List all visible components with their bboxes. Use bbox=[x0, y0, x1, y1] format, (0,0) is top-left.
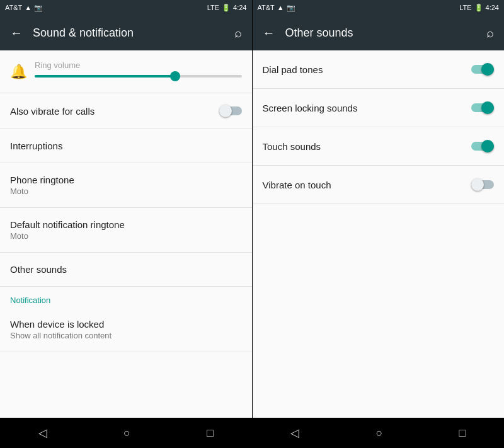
vibrate-for-calls-label: Also vibrate for calls bbox=[10, 106, 219, 117]
touch-sounds-toggle[interactable] bbox=[471, 140, 494, 152]
left-toolbar-title: Sound & notification bbox=[33, 26, 224, 40]
left-nav-home[interactable]: ○ bbox=[123, 427, 130, 440]
other-sounds-item[interactable]: Other sounds bbox=[0, 253, 252, 287]
right-signal-icon: ▲ bbox=[277, 4, 284, 11]
right-nav-home[interactable]: ○ bbox=[375, 427, 382, 440]
right-sim-icon: 📷 bbox=[287, 4, 295, 12]
notification-ringtone-label: Default notification ringtone bbox=[10, 219, 242, 230]
screen-locking-sounds-item[interactable]: Screen locking sounds bbox=[253, 89, 505, 127]
dial-pad-tones-label: Dial pad tones bbox=[263, 64, 323, 75]
vibrate-on-touch-label: Vibrate on touch bbox=[263, 180, 331, 190]
right-status-left: AT&T ▲ 📷 bbox=[258, 4, 295, 12]
left-status-left: AT&T ▲ 📷 bbox=[5, 4, 43, 12]
other-sounds-text: Other sounds bbox=[10, 264, 242, 275]
slider-thumb[interactable] bbox=[170, 71, 180, 81]
slider-fill bbox=[35, 75, 175, 78]
left-status-right: LTE 🔋 4:24 bbox=[207, 4, 247, 12]
device-locked-text: When device is locked Show all notificat… bbox=[10, 319, 242, 340]
vibrate-toggle-thumb bbox=[219, 105, 232, 117]
vibrate-on-touch-item[interactable]: Vibrate on touch bbox=[253, 166, 505, 204]
left-content: 🔔 Ring volume Also vibrate for calls bbox=[0, 50, 252, 418]
phone-ringtone-text: Phone ringtone Moto bbox=[10, 175, 242, 196]
phone-ringtone-value: Moto bbox=[10, 187, 242, 196]
other-sounds-label: Other sounds bbox=[10, 264, 242, 275]
vibrate-for-calls-text: Also vibrate for calls bbox=[10, 106, 219, 117]
right-nav-recent[interactable]: □ bbox=[459, 427, 466, 440]
left-search-button[interactable]: ⌕ bbox=[234, 26, 242, 40]
right-nav-back[interactable]: ◁ bbox=[290, 426, 299, 440]
ring-volume-label: Ring volume bbox=[35, 60, 242, 70]
left-sim-icon: 📷 bbox=[34, 4, 43, 12]
interruptions-item[interactable]: Interruptions bbox=[0, 129, 252, 163]
left-nav-bar: ◁ ○ □ bbox=[0, 418, 252, 448]
right-toolbar-title: Other sounds bbox=[285, 26, 477, 40]
notification-section-header: Notification bbox=[0, 287, 252, 307]
touch-sounds-label: Touch sounds bbox=[263, 141, 321, 152]
device-locked-label: When device is locked bbox=[10, 319, 242, 330]
right-time: 4:24 bbox=[486, 4, 499, 11]
screen-locking-toggle[interactable] bbox=[471, 101, 494, 114]
phone-ringtone-label: Phone ringtone bbox=[10, 175, 242, 185]
phone-ringtone-item[interactable]: Phone ringtone Moto bbox=[0, 163, 252, 208]
left-signal-icon: ▲ bbox=[25, 4, 32, 11]
vibrate-on-touch-thumb bbox=[471, 178, 484, 191]
right-carrier: AT&T bbox=[258, 4, 275, 11]
device-locked-item[interactable]: When device is locked Show all notificat… bbox=[0, 307, 252, 352]
left-back-button[interactable]: ← bbox=[10, 26, 23, 40]
bell-icon: 🔔 bbox=[10, 64, 27, 80]
notification-ringtone-text: Default notification ringtone Moto bbox=[10, 219, 242, 241]
left-nav-recent[interactable]: □ bbox=[207, 427, 214, 440]
left-nav-back[interactable]: ◁ bbox=[38, 426, 47, 440]
right-network: LTE bbox=[459, 4, 471, 11]
right-back-button[interactable]: ← bbox=[263, 26, 275, 40]
screen-locking-sounds-label: Screen locking sounds bbox=[263, 103, 358, 113]
ring-volume-inner: Ring volume bbox=[35, 60, 242, 83]
right-status-right: LTE 🔋 4:24 bbox=[459, 4, 499, 12]
right-battery-icon: 🔋 bbox=[474, 4, 483, 12]
left-network: LTE bbox=[207, 4, 219, 11]
vibrate-for-calls-item[interactable]: Also vibrate for calls bbox=[0, 93, 252, 129]
vibrate-for-calls-toggle[interactable] bbox=[219, 105, 242, 117]
left-status-bar: AT&T ▲ 📷 LTE 🔋 4:24 bbox=[0, 0, 252, 15]
left-time: 4:24 bbox=[233, 4, 246, 11]
vibrate-on-touch-toggle[interactable] bbox=[471, 178, 494, 191]
interruptions-label: Interruptions bbox=[10, 141, 242, 151]
notification-ringtone-item[interactable]: Default notification ringtone Moto bbox=[0, 208, 252, 253]
left-carrier: AT&T bbox=[5, 4, 22, 11]
dial-pad-tones-item[interactable]: Dial pad tones bbox=[253, 50, 505, 89]
ring-volume-section: 🔔 Ring volume bbox=[0, 50, 252, 93]
notification-ringtone-value: Moto bbox=[10, 231, 242, 241]
left-toolbar: ← Sound & notification ⌕ bbox=[0, 15, 252, 50]
right-nav-bar: ◁ ○ □ bbox=[253, 418, 505, 448]
dial-pad-thumb bbox=[481, 63, 494, 76]
right-search-button[interactable]: ⌕ bbox=[486, 26, 494, 40]
device-locked-value: Show all notification content bbox=[10, 331, 242, 340]
right-content: Dial pad tones Screen locking sounds Tou… bbox=[253, 50, 505, 418]
right-status-bar: AT&T ▲ 📷 LTE 🔋 4:24 bbox=[253, 0, 505, 15]
left-battery-icon: 🔋 bbox=[222, 4, 231, 12]
left-panel: AT&T ▲ 📷 LTE 🔋 4:24 ← Sound & notificati… bbox=[0, 0, 252, 448]
touch-sounds-thumb bbox=[481, 140, 494, 152]
dial-pad-tones-toggle[interactable] bbox=[471, 63, 494, 76]
interruptions-text: Interruptions bbox=[10, 141, 242, 151]
right-panel: AT&T ▲ 📷 LTE 🔋 4:24 ← Other sounds ⌕ Dia… bbox=[253, 0, 505, 448]
volume-slider[interactable] bbox=[35, 75, 242, 78]
right-toolbar: ← Other sounds ⌕ bbox=[253, 15, 505, 50]
touch-sounds-item[interactable]: Touch sounds bbox=[253, 127, 505, 166]
screen-locking-thumb bbox=[481, 101, 494, 114]
